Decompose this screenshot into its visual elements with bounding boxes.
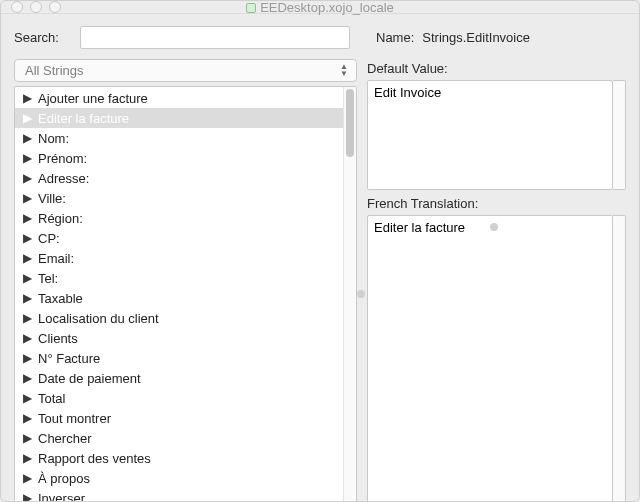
list-item-label: Prénom: <box>38 151 87 166</box>
right-pane: Default Value: French Translation: <box>367 59 626 502</box>
zoom-icon[interactable] <box>49 1 61 13</box>
list-item-label: Date de paiement <box>38 371 141 386</box>
default-value-label: Default Value: <box>367 61 626 76</box>
disclosure-triangle-icon[interactable]: ▶ <box>23 312 32 324</box>
filter-select[interactable]: All Strings ▲▼ <box>14 59 357 82</box>
list-item-label: Rapport des ventes <box>38 451 151 466</box>
disclosure-triangle-icon[interactable]: ▶ <box>23 332 32 344</box>
translation-input[interactable] <box>367 215 613 502</box>
document-icon <box>246 3 256 13</box>
list-item[interactable]: ▶N° Facture <box>15 348 343 368</box>
list-item-label: CP: <box>38 231 60 246</box>
list-item[interactable]: ▶Rapport des ventes <box>15 448 343 468</box>
list-item[interactable]: ▶Total <box>15 388 343 408</box>
content: Search: Name: Strings.EditInvoice All St… <box>1 14 639 502</box>
disclosure-triangle-icon[interactable]: ▶ <box>23 252 32 264</box>
chevron-updown-icon: ▲▼ <box>340 63 348 77</box>
scrollbar-thumb[interactable] <box>346 89 354 157</box>
list-item-label: Email: <box>38 251 74 266</box>
name-value: Strings.EditInvoice <box>422 30 530 45</box>
search-label: Search: <box>14 30 72 45</box>
default-value-input[interactable] <box>367 80 613 190</box>
disclosure-triangle-icon[interactable]: ▶ <box>23 272 32 284</box>
window-title: EEDesktop.xojo_locale <box>1 0 639 15</box>
name-label: Name: <box>376 30 414 45</box>
list-item[interactable]: ▶Prénom: <box>15 148 343 168</box>
splitter-handle-horizontal[interactable] <box>490 223 498 231</box>
list-item-label: N° Facture <box>38 351 100 366</box>
list-item-label: Région: <box>38 211 83 226</box>
disclosure-triangle-icon[interactable]: ▶ <box>23 192 32 204</box>
list-item[interactable]: ▶Date de paiement <box>15 368 343 388</box>
list-item-label: Localisation du client <box>38 311 159 326</box>
textarea-scrollbar[interactable] <box>613 215 626 502</box>
list-item[interactable]: ▶Région: <box>15 208 343 228</box>
titlebar[interactable]: EEDesktop.xojo_locale <box>1 1 639 14</box>
strings-list: ▶Ajouter une facture▶Editer la facture▶N… <box>14 86 357 502</box>
window: EEDesktop.xojo_locale Search: Name: Stri… <box>0 0 640 502</box>
disclosure-triangle-icon[interactable]: ▶ <box>23 212 32 224</box>
list-item[interactable]: ▶Inverser <box>15 488 343 502</box>
disclosure-triangle-icon[interactable]: ▶ <box>23 292 32 304</box>
disclosure-triangle-icon[interactable]: ▶ <box>23 92 32 104</box>
list-body[interactable]: ▶Ajouter une facture▶Editer la facture▶N… <box>15 87 343 502</box>
list-item-label: Tout montrer <box>38 411 111 426</box>
disclosure-triangle-icon[interactable]: ▶ <box>23 472 32 484</box>
list-item-label: Total <box>38 391 65 406</box>
list-item-label: Ville: <box>38 191 66 206</box>
list-item-label: Adresse: <box>38 171 89 186</box>
list-item[interactable]: ▶Localisation du client <box>15 308 343 328</box>
disclosure-triangle-icon[interactable]: ▶ <box>23 152 32 164</box>
list-item[interactable]: ▶Tout montrer <box>15 408 343 428</box>
disclosure-triangle-icon[interactable]: ▶ <box>23 132 32 144</box>
filter-selected: All Strings <box>25 63 84 78</box>
translation-label: French Translation: <box>367 196 626 211</box>
left-pane: All Strings ▲▼ ▶Ajouter une facture▶Edit… <box>14 59 357 502</box>
disclosure-triangle-icon[interactable]: ▶ <box>23 232 32 244</box>
top-row: Search: Name: Strings.EditInvoice <box>14 26 626 49</box>
disclosure-triangle-icon[interactable]: ▶ <box>23 172 32 184</box>
list-item[interactable]: ▶Clients <box>15 328 343 348</box>
minimize-icon[interactable] <box>30 1 42 13</box>
list-item-label: Editer la facture <box>38 111 129 126</box>
list-item[interactable]: ▶Editer la facture <box>15 108 343 128</box>
close-icon[interactable] <box>11 1 23 13</box>
list-item[interactable]: ▶Taxable <box>15 288 343 308</box>
list-item-label: Tel: <box>38 271 58 286</box>
list-item-label: Inverser <box>38 491 85 503</box>
list-scrollbar[interactable] <box>343 87 356 502</box>
window-controls <box>1 1 61 13</box>
disclosure-triangle-icon[interactable]: ▶ <box>23 432 32 444</box>
list-item[interactable]: ▶Nom: <box>15 128 343 148</box>
list-item[interactable]: ▶Email: <box>15 248 343 268</box>
list-item-label: Nom: <box>38 131 69 146</box>
disclosure-triangle-icon[interactable]: ▶ <box>23 372 32 384</box>
list-item-label: Ajouter une facture <box>38 91 148 106</box>
disclosure-triangle-icon[interactable]: ▶ <box>23 412 32 424</box>
textarea-scrollbar[interactable] <box>613 80 626 190</box>
search-input[interactable] <box>80 26 350 49</box>
list-item[interactable]: ▶Chercher <box>15 428 343 448</box>
list-item[interactable]: ▶Ajouter une facture <box>15 88 343 108</box>
main-row: All Strings ▲▼ ▶Ajouter une facture▶Edit… <box>14 59 626 502</box>
splitter-handle-vertical[interactable] <box>357 290 365 298</box>
disclosure-triangle-icon[interactable]: ▶ <box>23 112 32 124</box>
list-item[interactable]: ▶Tel: <box>15 268 343 288</box>
list-item[interactable]: ▶CP: <box>15 228 343 248</box>
list-item[interactable]: ▶Ville: <box>15 188 343 208</box>
list-item-label: Clients <box>38 331 78 346</box>
disclosure-triangle-icon[interactable]: ▶ <box>23 352 32 364</box>
list-item-label: Taxable <box>38 291 83 306</box>
list-item-label: Chercher <box>38 431 91 446</box>
disclosure-triangle-icon[interactable]: ▶ <box>23 452 32 464</box>
disclosure-triangle-icon[interactable]: ▶ <box>23 492 32 502</box>
list-item[interactable]: ▶À propos <box>15 468 343 488</box>
disclosure-triangle-icon[interactable]: ▶ <box>23 392 32 404</box>
list-item-label: À propos <box>38 471 90 486</box>
list-item[interactable]: ▶Adresse: <box>15 168 343 188</box>
